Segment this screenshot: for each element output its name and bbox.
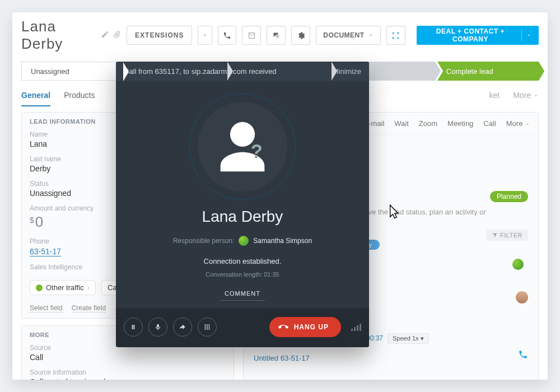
filter-button[interactable]: FILTER — [487, 230, 528, 241]
extensions-button[interactable]: EXTENSIONS — [127, 26, 192, 45]
planned-badge: Planned — [490, 191, 528, 202]
forward-button[interactable] — [173, 318, 192, 337]
pause-button[interactable] — [124, 318, 143, 337]
svg-point-3 — [208, 324, 209, 325]
hangup-button[interactable]: HANG UP — [269, 317, 341, 337]
mouse-cursor-icon — [388, 204, 403, 220]
tab-general[interactable]: General — [21, 91, 50, 106]
sourceinfo-label: Source information — [30, 368, 226, 376]
hint-text: itMove the lead status, plan an activity… — [343, 208, 528, 216]
settings-button[interactable] — [291, 26, 310, 45]
comment-button[interactable]: COMMENT — [116, 290, 369, 300]
stage-unassigned[interactable]: Unassigned — [21, 62, 124, 81]
svg-point-6 — [208, 326, 209, 328]
call-modal: Call from 635117, to sip.zadarma.com rec… — [116, 62, 369, 347]
caller-avatar: ? — [189, 94, 296, 200]
svg-point-9 — [208, 328, 209, 329]
phone-button[interactable] — [218, 26, 237, 45]
responsible-avatar — [239, 236, 249, 246]
phone-value[interactable]: 63-51-17 — [30, 247, 61, 256]
chat-button[interactable] — [267, 26, 286, 45]
action-wait[interactable]: Wait — [394, 119, 409, 128]
svg-point-7 — [204, 328, 206, 329]
svg-point-2 — [207, 324, 208, 325]
mail-button[interactable] — [242, 26, 261, 45]
dialpad-button[interactable] — [198, 318, 217, 337]
create-field-link[interactable]: Create field — [72, 304, 106, 312]
action-email[interactable]: -mail — [368, 119, 384, 128]
avatar-green — [512, 259, 524, 270]
sourceinfo-value[interactable]: Call routed to: sip.zadarma.com. — [30, 377, 226, 380]
svg-point-8 — [207, 328, 208, 329]
avatar-human — [516, 291, 528, 304]
deal-contact-company-button[interactable]: DEAL + CONTACT + COMPANY — [417, 26, 539, 45]
scan-button[interactable] — [386, 26, 405, 45]
action-more[interactable]: More — [506, 119, 530, 128]
action-call[interactable]: Call — [483, 119, 496, 128]
svg-point-4 — [204, 326, 206, 328]
responsible-name[interactable]: Samantha Simpson — [253, 237, 312, 245]
speed-button[interactable]: Speed 1x ▾ — [388, 333, 429, 344]
svg-point-5 — [207, 326, 208, 328]
mic-button[interactable] — [148, 318, 167, 337]
svg-point-1 — [204, 324, 206, 325]
phone-icon[interactable] — [518, 349, 528, 362]
conversation-length: Conversation length: 01:35 — [116, 271, 369, 278]
action-zoom[interactable]: Zoom — [419, 119, 437, 128]
page-title: Lana Derby — [21, 18, 93, 53]
pencil-icon[interactable] — [101, 30, 109, 41]
select-field-link[interactable]: Select field — [30, 304, 63, 312]
responsible-label: Responsible person: — [173, 237, 234, 245]
action-meeting[interactable]: Meeting — [447, 119, 473, 128]
chip-other-traffic[interactable]: Other traffic› — [30, 280, 96, 295]
attachment-icon[interactable] — [113, 30, 121, 41]
tab-products[interactable]: Products — [64, 91, 95, 106]
tab-market[interactable]: ket — [489, 91, 500, 106]
tab-more[interactable]: More — [513, 91, 539, 106]
extensions-caret[interactable] — [198, 26, 212, 45]
source-value[interactable]: Call — [30, 353, 226, 362]
signal-icon — [351, 323, 361, 331]
call-modal-title: Call from 635117, to sip.zadarma.com rec… — [124, 67, 276, 76]
stage-complete[interactable]: Complete lead — [437, 62, 539, 81]
svg-text:?: ? — [251, 141, 263, 162]
connection-status: Connection established. — [116, 257, 369, 265]
dot-icon — [36, 284, 43, 291]
document-button[interactable]: DOCUMENT — [316, 26, 380, 45]
call-record-title[interactable]: Untitled 63-51-17 — [254, 354, 310, 362]
caller-name: Lana Derby — [116, 208, 369, 226]
